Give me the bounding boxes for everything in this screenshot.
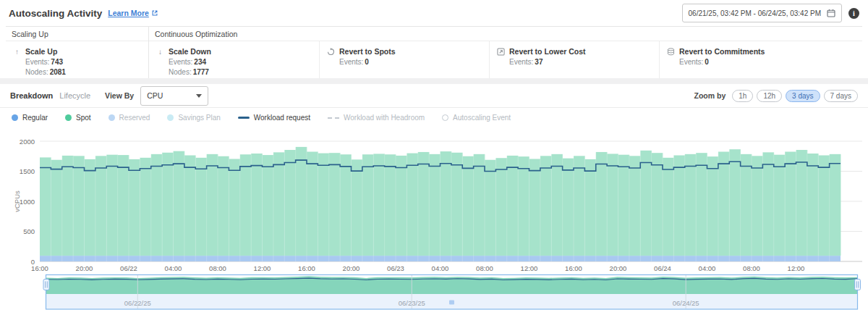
zoom-option-7-days[interactable]: 7 days (824, 90, 858, 102)
chart-navigator[interactable]: 06/22/2506/23/2506/24/25 (0, 274, 868, 314)
stats-cells: ↓Scale DownEvents:234Nodes:1777Revert to… (149, 41, 862, 78)
stat-card-title: Revert to Lower Cost (497, 47, 659, 56)
x-tick-label: 04:00 (165, 264, 182, 272)
x-tick-label: 12:00 (521, 264, 538, 272)
stat-metric-label: Events: (169, 58, 192, 66)
x-tick-label: 16:00 (31, 264, 48, 272)
stat-metric: Events:743 (25, 58, 148, 66)
date-range-input[interactable]: 06/21/25, 03:42 PM - 06/24/25, 03:42 PM (682, 4, 842, 22)
y-tick-label: 1500 (20, 167, 35, 175)
legend-label: Savings Plan (178, 114, 220, 122)
tab-breakdown[interactable]: Breakdown (10, 91, 53, 100)
legend-item-reserved[interactable]: Reserved (109, 114, 150, 122)
x-tick-label: 20:00 (343, 264, 360, 272)
x-tick-label: 04:00 (432, 264, 449, 272)
view-by-value: CPU (147, 91, 163, 100)
page-header: Autoscaling Activity Learn More 06/21/25… (0, 0, 868, 26)
navigator-scroll-thumb[interactable] (449, 301, 454, 305)
legend-marker (167, 114, 174, 121)
stat-card-title: Revert to Spots (327, 47, 489, 56)
legend-item-regular[interactable]: Regular (12, 114, 48, 122)
tab-lifecycle[interactable]: Lifecycle (59, 91, 90, 100)
chart-controls: Breakdown Lifecycle View By CPU Zoom by … (0, 84, 868, 107)
stat-metric-value: 1777 (193, 68, 209, 76)
stat-metric-value: 0 (365, 58, 369, 66)
chart-legend: RegularSpotReservedSavings PlanWorkload … (0, 108, 868, 127)
stat-card-title: ↓Scale Down (156, 47, 319, 56)
stat-metric: Events:0 (679, 58, 862, 66)
stat-metric-label: Events: (339, 58, 363, 66)
stats-group-0: Scaling Up↑Scale UpEvents:743Nodes:2081 (6, 27, 148, 78)
stat-metric-value: 37 (535, 58, 542, 66)
zoom-by-label: Zoom by (694, 91, 726, 100)
stats-group-title: Scaling Up (6, 27, 148, 41)
calendar-icon[interactable] (827, 9, 835, 17)
legend-item-spot[interactable]: Spot (65, 114, 91, 122)
stat-metric-value: 2081 (50, 68, 66, 76)
legend-label: Workload with Headroom (344, 114, 425, 122)
chevron-down-icon (196, 94, 202, 98)
plot-area[interactable] (40, 147, 841, 261)
legend-marker (238, 117, 250, 119)
zoom-option-1h[interactable]: 1h (732, 90, 753, 102)
stat-card: ↓Scale DownEvents:234Nodes:1777 (149, 41, 319, 78)
stat-metric-value: 743 (51, 58, 63, 66)
page-title: Autoscaling Activity (9, 8, 102, 19)
legend-label: Spot (76, 114, 91, 122)
stats-group-1: Continuous Optimization↓Scale DownEvents… (148, 27, 862, 78)
y-tick-label: 500 (23, 227, 35, 235)
x-tick-label: 04:00 (699, 264, 716, 272)
stat-metric: Events:37 (509, 58, 659, 66)
stat-card-label: Scale Down (169, 47, 211, 56)
navigator-date-label: 06/23/25 (399, 299, 425, 307)
navigator-date-label: 06/22/25 (124, 299, 151, 307)
main-chart[interactable]: 0500100015002000vCPUs16:0020:0006/2204:0… (0, 127, 868, 276)
stat-metric: Nodes:1777 (169, 68, 319, 76)
stat-metric-label: Events: (679, 58, 703, 66)
legend-item-autoscaling-event[interactable]: Autoscaling Event (442, 114, 511, 122)
legend-item-savings-plan[interactable]: Savings Plan (167, 114, 220, 122)
stats-group-title: Continuous Optimization (149, 27, 862, 41)
date-range-value: 06/21/25, 03:42 PM - 06/24/25, 03:42 PM (689, 9, 821, 17)
view-by-select[interactable]: CPU (140, 86, 208, 106)
stat-card: Revert to Lower CostEvents:37 (489, 41, 659, 78)
x-tick-label: 08:00 (743, 264, 760, 272)
learn-more-link[interactable]: Learn More (108, 9, 149, 17)
scaling-stats-section: Scaling Up↑Scale UpEvents:743Nodes:2081C… (6, 26, 862, 78)
revert-to-lower-cost-icon (497, 48, 505, 56)
navigator-left-handle[interactable] (43, 280, 49, 290)
scale-down-icon: ↓ (156, 48, 164, 56)
stat-card-label: Revert to Lower Cost (509, 47, 586, 56)
stat-card-title: ↑Scale Up (13, 47, 148, 56)
x-tick-label: 08:00 (476, 264, 493, 272)
legend-marker (109, 114, 115, 121)
stat-metric-label: Nodes: (169, 68, 192, 76)
legend-item-workload-with-headroom[interactable]: Workload with Headroom (328, 114, 425, 122)
x-tick-label: 20:00 (610, 264, 627, 272)
stat-metric: Events:234 (169, 58, 319, 66)
x-tick-label: 06/23 (387, 264, 404, 272)
external-link-icon (151, 7, 158, 20)
legend-marker (328, 117, 339, 119)
revert-to-spots-icon (327, 48, 335, 56)
legend-label: Workload request (254, 114, 310, 122)
legend-item-workload-request[interactable]: Workload request (238, 114, 310, 122)
stat-card: ↑Scale UpEvents:743Nodes:2081 (6, 41, 148, 78)
stat-metric: Nodes:2081 (25, 68, 148, 76)
stats-cells: ↑Scale UpEvents:743Nodes:2081 (6, 41, 148, 78)
navigator-right-handle[interactable] (855, 280, 861, 290)
x-tick-label: 12:00 (788, 264, 805, 272)
y-tick-label: 2000 (20, 138, 35, 146)
zoom-option-3-days[interactable]: 3 days (786, 90, 820, 102)
autoscaling-chart-panel: Breakdown Lifecycle View By CPU Zoom by … (0, 84, 868, 315)
legend-label: Reserved (119, 114, 150, 122)
stat-metric-label: Events: (509, 58, 533, 66)
zoom-by-options: 1h12h3 days7 days (728, 90, 858, 102)
legend-label: Autoscaling Event (453, 114, 511, 122)
info-icon[interactable]: i (848, 8, 859, 19)
stat-card: Revert to SpotsEvents:0 (319, 41, 489, 78)
x-tick-label: 06/24 (654, 264, 671, 272)
stat-card-label: Scale Up (25, 47, 57, 56)
scale-up-icon: ↑ (13, 48, 21, 56)
zoom-option-12h[interactable]: 12h (757, 90, 782, 102)
